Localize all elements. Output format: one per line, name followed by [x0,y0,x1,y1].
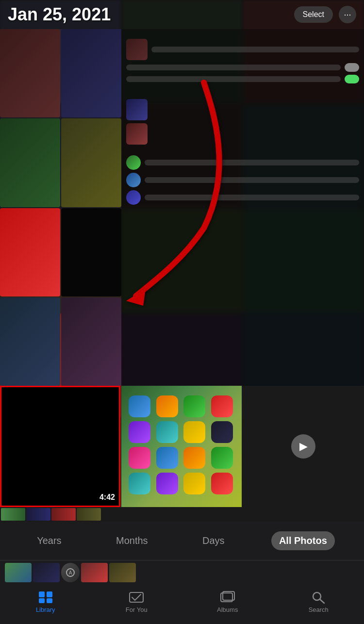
ios-icon [156,395,178,417]
for-you-icon [129,591,144,604]
ios-icon [211,395,233,417]
ios-icon [183,421,205,443]
ios-icon [211,447,233,469]
select-button[interactable]: Select [294,6,333,23]
rp-toggle-on[interactable] [345,75,359,83]
days-button[interactable]: Days [195,531,232,550]
svg-text:A: A [69,570,72,575]
albums-label: Albums [217,606,238,613]
tab-bar: Years Months Days All Photos A [0,522,364,624]
strip-thumb[interactable] [26,508,50,521]
svg-rect-6 [47,598,52,603]
rp-spacer [126,86,359,96]
rp-icon-row [126,155,359,170]
photo-area: Jan 25, 2021 Select ··· [0,0,364,522]
rp-row [126,75,359,83]
rp-row [126,63,359,72]
rp-row-2b [126,123,359,145]
date-title: Jan 25, 2021 [8,4,111,25]
strip-thumbnail[interactable] [5,563,32,582]
ios-icon [129,473,150,494]
ios-icon [183,473,205,494]
thumbnail-strip: A [0,560,364,585]
strip-thumbnail-icon: A [61,563,80,582]
svg-rect-5 [39,598,45,603]
rp-icon-row2 [126,173,359,187]
rp-toggle[interactable] [345,63,359,72]
right-panel-rows [121,29,364,210]
ios-screenshot[interactable] [121,386,242,507]
ios-icon [183,447,205,469]
ios-icon [156,473,178,494]
years-button[interactable]: Years [29,531,69,550]
ios-icon [129,421,150,443]
top-header: Jan 25, 2021 Select ··· [0,0,364,29]
rp-row-2 [126,99,359,120]
library-icon [38,591,53,604]
timeline-selector: Years Months Days All Photos [0,522,364,560]
nav-albums[interactable]: Albums [208,591,247,613]
play-button[interactable]: ▶ [291,434,315,459]
nav-library[interactable]: Library [26,591,65,613]
strip-thumbnail[interactable] [33,563,60,582]
ios-icon [156,447,178,469]
ios-icon [156,421,178,443]
overlay-content: Jan 25, 2021 Select ··· [0,0,364,522]
all-photos-button[interactable]: All Photos [271,531,335,550]
bottom-images-row: 4:42 [0,386,364,507]
search-icon [311,591,326,604]
video-thumbnail[interactable]: 4:42 [0,386,120,507]
more-button[interactable]: ··· [339,6,356,23]
rp-spacer2 [126,148,359,152]
header-actions: Select ··· [294,6,356,23]
bottom-strip [0,507,364,522]
nav-search[interactable]: Search [299,591,338,613]
rp-icon-row3 [126,190,359,205]
svg-rect-3 [39,591,45,597]
for-you-label: For You [126,606,148,613]
ios-icon [129,395,150,417]
nav-for-you[interactable]: For You [117,591,156,613]
right-thumbnail[interactable]: ▶ [243,386,364,507]
search-label: Search [309,606,329,613]
ios-icon [183,395,205,417]
right-blurred-panel [121,29,364,386]
strip-thumb[interactable] [51,508,76,521]
months-button[interactable]: Months [108,531,156,550]
strip-thumbnail[interactable] [109,563,136,582]
ios-icon [129,447,150,469]
strip-thumbnail[interactable] [81,563,108,582]
ios-icon [211,473,233,494]
strip-thumb[interactable] [1,508,25,521]
video-duration: 4:42 [99,493,115,502]
svg-rect-4 [47,591,52,597]
albums-icon [220,591,235,604]
svg-line-11 [320,599,324,603]
ios-icon [211,421,233,443]
ios-icons-grid [121,386,242,507]
strip-thumb[interactable] [77,508,101,521]
rp-row [126,39,359,60]
library-label: Library [36,606,55,613]
bottom-nav: Library For You Albums [0,585,364,624]
